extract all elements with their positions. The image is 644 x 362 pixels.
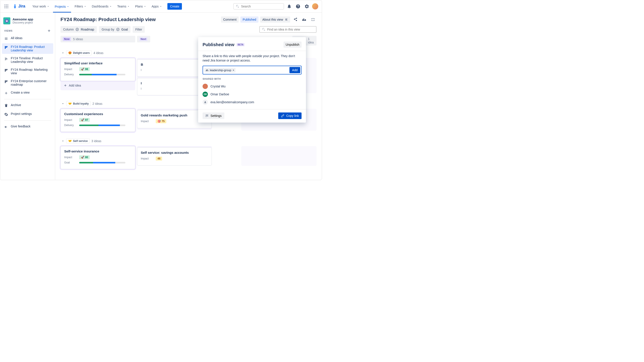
beta-badge: BETA [236, 43, 244, 46]
idea-card[interactable]: Simplified user interface Impact🚀 98 Del… [60, 58, 135, 81]
impact-pill: 🚀 98 [79, 67, 90, 71]
svg-point-14 [116, 28, 119, 31]
sidebar-create-view[interactable]: Create a view [2, 89, 53, 97]
popover-settings-button[interactable]: Settings [202, 112, 224, 119]
top-nav: Jira Your work Projects Filters Dashboar… [0, 0, 322, 12]
nav-dashboards[interactable]: Dashboards [90, 3, 114, 9]
page-title: FY24 Roadmap: Product Leadership view [60, 17, 219, 22]
notifications-icon[interactable] [286, 3, 293, 10]
next-badge: Next [139, 37, 148, 41]
goal-tag-loyalty: 🤝Build loyalty [66, 101, 90, 106]
create-button[interactable]: Create [168, 3, 182, 10]
svg-point-10 [6, 20, 8, 22]
svg-point-5 [8, 6, 8, 6]
sliders-icon [205, 114, 209, 118]
sidebar-project-settings[interactable]: Project settings [2, 110, 53, 118]
svg-point-3 [4, 6, 5, 6]
gear-icon [4, 112, 8, 116]
list-icon [285, 18, 288, 21]
list-icon [4, 37, 8, 41]
add-view-icon[interactable] [47, 29, 51, 33]
sidebar-all-ideas[interactable]: All ideas [2, 34, 53, 42]
column-filter[interactable]: Column Roadmap [60, 26, 97, 33]
sidebar-fy24-enterprise[interactable]: FY24 Enterprise customer roadmap [2, 78, 53, 88]
svg-point-12 [7, 20, 8, 21]
shared-with-label: SHARED WITH [202, 78, 302, 80]
chevron-down-icon[interactable] [61, 51, 64, 54]
share-input[interactable]: leadership-group × Add [202, 66, 302, 74]
check-circle-icon [116, 28, 120, 31]
project-type: Discovery project [12, 21, 33, 24]
unpublish-button[interactable]: Unpublish [284, 41, 302, 48]
trash-icon [4, 104, 8, 108]
user-avatar[interactable] [312, 3, 318, 9]
check-circle-icon [76, 28, 79, 31]
avatar [202, 84, 208, 89]
now-badge: Now [63, 37, 71, 41]
search-input[interactable] [241, 4, 282, 8]
sidebar-fy24-roadmap-plv[interactable]: FY24 Roadmap: Product Leadership view [2, 43, 53, 54]
svg-point-11 [6, 20, 6, 21]
group-selfservice-head[interactable]: 🤝Self service 3 ideas [60, 138, 316, 144]
goal-tag-delight: 😍Delight users [66, 50, 92, 55]
global-search[interactable] [233, 3, 284, 9]
settings-icon[interactable] [303, 3, 310, 10]
svg-point-0 [4, 4, 5, 5]
sidebar-archive[interactable]: Archive [2, 101, 53, 109]
sidebar-fy24-roadmap-mkt[interactable]: FY24 Roadmap: Marketing view [2, 66, 53, 77]
published-button[interactable]: Published [240, 16, 258, 23]
comment-button[interactable]: Comment [221, 16, 239, 23]
find-idea-search[interactable] [259, 26, 316, 33]
column-now-head[interactable]: Now 5 ideas [60, 36, 135, 42]
sidebar-feedback[interactable]: Give feedback [2, 123, 53, 131]
add-idea-button[interactable]: Add idea [60, 81, 135, 90]
nav-apps[interactable]: Apps [150, 3, 164, 9]
about-view-button[interactable]: About this view [260, 16, 290, 23]
nav-teams[interactable]: Teams [116, 3, 132, 9]
link-icon [281, 114, 284, 118]
plus-icon [4, 91, 8, 95]
idea-card[interactable]: Customised experiences Impact🚀 97 Delive… [60, 109, 135, 132]
board-icon [4, 68, 8, 72]
share-token[interactable]: leadership-group × [204, 68, 236, 72]
timeline-icon [4, 57, 8, 61]
avatar: OD [202, 92, 208, 97]
chevron-down-icon[interactable] [61, 140, 64, 143]
copy-link-button[interactable]: Copy link [278, 112, 302, 119]
published-view-popover: Published view BETA Unpublish Share a li… [198, 37, 306, 123]
wont-count: 1 idea [308, 37, 315, 44]
delivery-bar [79, 74, 125, 75]
app-switcher-icon[interactable] [4, 4, 9, 9]
nav-your-work[interactable]: Your work [30, 3, 51, 9]
column-next-head[interactable]: Next [137, 36, 150, 42]
filter-chip[interactable]: Filter [133, 26, 145, 33]
now-count: 5 ideas [73, 37, 83, 41]
search-icon [236, 4, 239, 8]
add-share-button[interactable]: Add [290, 67, 300, 73]
project-header[interactable]: Awesome app Discovery project [2, 16, 53, 26]
svg-point-13 [76, 28, 78, 31]
svg-point-1 [6, 4, 6, 5]
jira-logo[interactable]: Jira [12, 4, 25, 9]
help-icon[interactable] [294, 3, 302, 10]
export-icon[interactable] [301, 16, 308, 23]
idea-card[interactable]: Self service: savings accounts Impact46 [137, 147, 212, 166]
shared-person: Crystal Wu [202, 82, 302, 90]
jira-logo-text: Jira [18, 4, 25, 8]
popover-title: Published view [202, 42, 234, 47]
nav-filters[interactable]: Filters [73, 3, 88, 9]
main-content: FY24 Roadmap: Product Leadership view Co… [55, 12, 322, 180]
remove-token-icon[interactable]: × [233, 69, 234, 72]
idea-card[interactable]: Self-service insurance Impact🚀 80 Goal [60, 146, 135, 169]
group-icon [206, 69, 208, 72]
expand-icon[interactable] [310, 16, 316, 23]
project-name: Awesome app [12, 17, 33, 21]
chevron-down-icon[interactable] [61, 102, 64, 105]
nav-plans[interactable]: Plans [133, 3, 148, 9]
groupby-filter[interactable]: Group by Goal [99, 26, 130, 33]
nav-projects[interactable]: Projects [53, 3, 71, 12]
share-icon[interactable] [292, 16, 299, 23]
sidebar: Awesome app Discovery project VIEWS All … [0, 12, 55, 180]
card-title: Simplified user interface [64, 61, 132, 65]
sidebar-fy24-timeline-plv[interactable]: FY24 Timeline: Product Leadership view [2, 55, 53, 65]
